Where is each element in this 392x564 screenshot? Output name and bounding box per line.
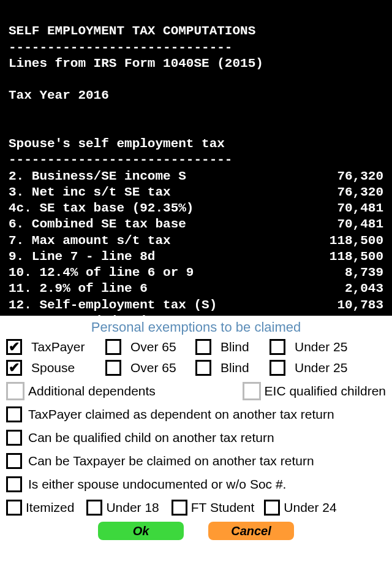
label-spouse: Spouse <box>31 360 102 375</box>
form-title: Personal exemptions to be claimed <box>6 319 386 335</box>
label-blind: Blind <box>221 360 266 375</box>
terminal-output: SELF EMPLOYMENT TAX COMPUTATIONS -------… <box>0 0 392 316</box>
exemptions-form: Personal exemptions to be claimed ✔ TaxP… <box>0 316 392 543</box>
checkbox-spouse-over65[interactable] <box>105 360 121 376</box>
terminal-line: 4c. SE tax base (92.35%)70,481 <box>9 200 383 216</box>
label-taxpayer: TaxPayer <box>31 340 102 354</box>
terminal-subtitle: Lines from IRS Form 1040SE (2015) <box>9 56 263 70</box>
checkbox-under24[interactable] <box>264 500 280 516</box>
terminal-title: SELF EMPLOYMENT TAX COMPUTATIONS <box>9 24 255 38</box>
terminal-line: 3. Net inc s/t SE tax76,320 <box>9 185 383 200</box>
label-ft-student: FT Student <box>191 500 255 515</box>
checkbox-spouse-blind[interactable] <box>195 360 211 376</box>
terminal-line: 11. 2.9% of line 62,043 <box>9 281 383 297</box>
label-undocumented: Is either spouse undocumented or w/o Soc… <box>28 477 286 492</box>
checkbox-spouse-under25[interactable] <box>270 360 285 376</box>
label-over65: Over 65 <box>130 340 192 354</box>
label-under18: Under 18 <box>106 500 159 515</box>
terminal-line: 6. Combined SE tax base70,481 <box>9 216 383 232</box>
checkbox-eic-children[interactable] <box>243 382 261 400</box>
checkbox-taxpayer-claimed-other[interactable] <box>6 453 22 469</box>
label-claimed-dependent: TaxPayer claimed as dependent on another… <box>28 407 334 422</box>
terminal-line: 7. Max amount s/t tax118,500 <box>9 233 383 249</box>
checkbox-itemized[interactable] <box>6 500 22 516</box>
terminal-line: 9. Line 7 - line 8d118,500 <box>9 249 383 265</box>
cancel-button[interactable]: Cancel <box>208 522 294 540</box>
label-under24: Under 24 <box>284 500 336 515</box>
checkbox-taxpayer-over65[interactable] <box>105 339 121 355</box>
checkbox-taxpayer-under25[interactable] <box>270 339 285 355</box>
checkbox-spouse[interactable]: ✔ <box>6 360 22 376</box>
checkbox-taxpayer[interactable]: ✔ <box>6 339 22 355</box>
checkbox-ft-student[interactable] <box>172 500 187 516</box>
label-blind: Blind <box>221 340 266 354</box>
terminal-line: 10. 12.4% of line 6 or 98,739 <box>9 265 383 281</box>
terminal-taxyear: Tax Year 2016 <box>9 88 109 102</box>
checkbox-undocumented[interactable] <box>6 476 22 492</box>
terminal-rule: ----------------------------- <box>9 153 232 167</box>
checkbox-claimed-dependent[interactable] <box>6 406 22 422</box>
terminal-line: 12. Self-employment tax (S)10,783 <box>9 297 383 313</box>
label-under25: Under 25 <box>295 340 386 354</box>
label-itemized: Itemized <box>26 500 74 515</box>
checkbox-qualified-child[interactable] <box>6 430 22 446</box>
label-qualified-child: Can be qualified child on another tax re… <box>28 430 274 445</box>
label-additional-dependents: Additional dependents <box>28 384 156 398</box>
label-taxpayer-claimed-other: Can be Taxpayer be claimed on another ta… <box>28 454 314 468</box>
label-under25: Under 25 <box>295 360 386 375</box>
terminal-line: 2. Business/SE income S76,320 <box>9 169 383 185</box>
ok-button[interactable]: Ok <box>98 522 184 540</box>
label-eic-children: EIC qualified children <box>265 384 386 398</box>
checkbox-under18[interactable] <box>86 500 102 516</box>
terminal-rule: ----------------------------- <box>9 40 232 55</box>
terminal-section: Spouse's self employment tax <box>9 137 225 151</box>
label-over65: Over 65 <box>130 360 192 375</box>
checkbox-additional-dependents[interactable] <box>6 382 24 400</box>
checkbox-taxpayer-blind[interactable] <box>195 339 211 355</box>
